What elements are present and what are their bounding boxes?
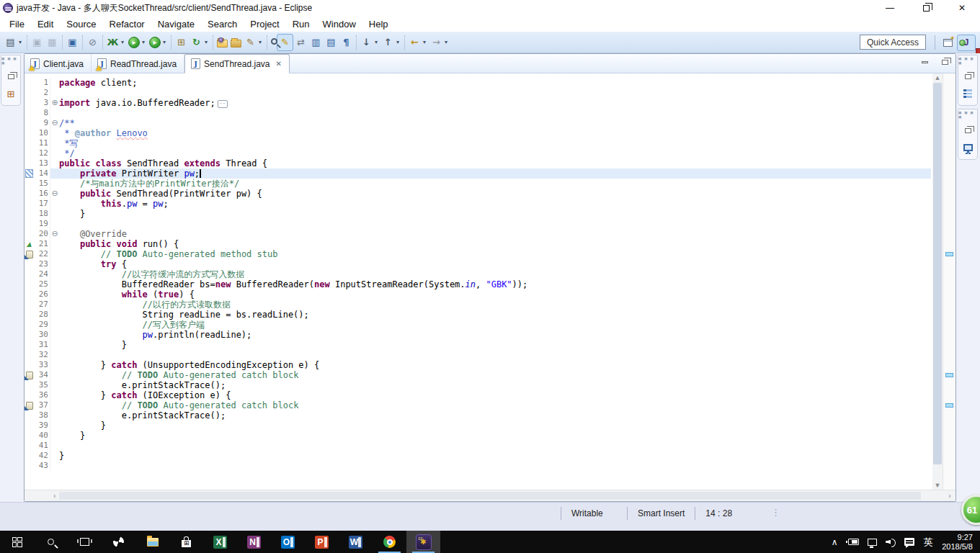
export-files-button[interactable] bbox=[229, 34, 243, 51]
code-text[interactable]: BufferedReader bs=new BufferedReader(new… bbox=[59, 279, 931, 289]
code-text[interactable]: // TODO Auto-generated method stub bbox=[59, 249, 931, 259]
dropdown-arrow-icon[interactable]: ▾ bbox=[141, 39, 146, 45]
code-line-28[interactable]: 28 String readLine = bs.readLine(); bbox=[24, 310, 931, 320]
outline-icon[interactable] bbox=[961, 86, 975, 101]
menu-item-navigate[interactable]: Navigate bbox=[151, 17, 201, 31]
skip-all-breakpoints-button[interactable]: ⊘ bbox=[85, 34, 100, 51]
menu-item-search[interactable]: Search bbox=[201, 17, 244, 31]
mark-occurrences-button[interactable]: ✎ bbox=[277, 34, 293, 51]
code-line-39[interactable]: 39 } bbox=[24, 421, 931, 431]
close-button[interactable]: ✕ bbox=[944, 0, 980, 16]
code-line-21[interactable]: ▲21 public void run() { bbox=[24, 239, 931, 249]
code-line-32[interactable]: 32 bbox=[24, 350, 931, 360]
menu-item-run[interactable]: Run bbox=[286, 17, 316, 31]
code-line-18[interactable]: 18 } bbox=[24, 209, 931, 219]
task-annotation-marker[interactable] bbox=[945, 373, 953, 377]
maximize-view-button[interactable] bbox=[940, 58, 950, 66]
code-text[interactable]: } bbox=[59, 421, 931, 431]
code-line-9[interactable]: 9⊖/** bbox=[24, 118, 931, 128]
taskbar-clock[interactable]: 9:272018/5/8 bbox=[937, 533, 980, 552]
code-line-34[interactable]: 34 // TODO Auto-generated catch block bbox=[24, 370, 931, 380]
next-annotation-button[interactable]: ↓▾ bbox=[359, 34, 380, 51]
code-line-40[interactable]: 40 } bbox=[24, 431, 931, 441]
fold-toggle-icon[interactable]: ⊖ bbox=[50, 229, 59, 239]
code-line-43[interactable]: 43 bbox=[24, 461, 931, 471]
taskbar-chrome-button[interactable] bbox=[373, 531, 406, 553]
dropdown-arrow-icon[interactable]: ▾ bbox=[257, 39, 263, 45]
code-text[interactable]: pw.println(readLine); bbox=[59, 330, 931, 340]
package-explorer-icon[interactable]: ⊞ bbox=[4, 86, 18, 101]
code-text[interactable]: @Override bbox=[59, 229, 931, 239]
open-task-button[interactable]: ▥ bbox=[308, 34, 324, 51]
quick-access-input[interactable]: Quick Access bbox=[860, 35, 926, 50]
task-annotation-marker[interactable] bbox=[945, 252, 953, 256]
action-center-icon[interactable] bbox=[900, 531, 919, 553]
code-text[interactable]: private PrintWriter pw; bbox=[59, 168, 931, 179]
dropdown-arrow-icon[interactable]: ▾ bbox=[161, 39, 167, 45]
code-text[interactable]: } bbox=[59, 451, 931, 461]
synchronize-button[interactable]: ⇄ bbox=[293, 34, 308, 51]
code-line-33[interactable]: 33 } catch (UnsupportedEncodingException… bbox=[24, 360, 931, 370]
previous-annotation-button[interactable]: ↑▾ bbox=[380, 34, 402, 51]
show-whitespace-button[interactable]: ¶ bbox=[339, 34, 354, 51]
code-text[interactable]: //写入到客户端 bbox=[59, 320, 931, 330]
taskbar-task-view-button[interactable] bbox=[68, 531, 102, 553]
code-text[interactable]: import java.io.BufferedReader;·· bbox=[59, 98, 931, 108]
build-with-tool-button[interactable]: ✎▾ bbox=[243, 34, 264, 51]
code-text[interactable] bbox=[59, 461, 931, 471]
code-line-12[interactable]: 12 */ bbox=[24, 148, 931, 158]
code-text[interactable]: //以行的方式读取数据 bbox=[59, 300, 931, 310]
code-text[interactable]: public void run() { bbox=[59, 239, 931, 249]
taskbar-start-button[interactable] bbox=[0, 531, 34, 553]
taskbar-file-explorer-button[interactable] bbox=[135, 531, 169, 553]
code-text[interactable]: e.printStackTrace(); bbox=[59, 380, 931, 390]
code-text[interactable]: this.pw = pw; bbox=[59, 199, 931, 209]
code-line-3[interactable]: 3⊕import java.io.BufferedReader;·· bbox=[24, 98, 931, 108]
scroll-up-icon[interactable]: ▲ bbox=[932, 73, 943, 83]
show-source-of-selection-button[interactable]: ▤ bbox=[324, 34, 339, 51]
minimize-view-button[interactable] bbox=[919, 58, 930, 66]
taskbar-word-button[interactable]: W bbox=[339, 531, 373, 553]
code-text[interactable]: e.printStackTrace(); bbox=[59, 410, 931, 421]
code-line-16[interactable]: 16⊖ public SendThread(PrintWriter pw) { bbox=[24, 189, 931, 199]
menu-item-edit[interactable]: Edit bbox=[31, 17, 60, 31]
code-text[interactable]: // TODO Auto-generated catch block bbox=[59, 370, 931, 380]
taskbar-onenote-button[interactable]: N bbox=[237, 531, 271, 553]
menu-item-refactor[interactable]: Refactor bbox=[103, 17, 151, 31]
import-files-button[interactable] bbox=[215, 34, 229, 51]
code-text[interactable]: } bbox=[59, 340, 931, 350]
vertical-scrollbar[interactable]: ▲ ▼ bbox=[932, 73, 943, 490]
code-line-35[interactable]: 35 e.printStackTrace(); bbox=[24, 380, 931, 390]
new-wizard-button[interactable]: ▤▾ bbox=[3, 34, 24, 51]
drag-handle[interactable]: ■ ■ ■ ■ bbox=[1, 57, 20, 66]
run-external-button[interactable]: ▸▾ bbox=[148, 34, 169, 51]
code-text[interactable]: try { bbox=[59, 259, 931, 269]
code-line-13[interactable]: 13public class SendThread extends Thread… bbox=[24, 158, 931, 168]
back-history-button[interactable]: ←▾ bbox=[407, 34, 429, 51]
fold-toggle-icon[interactable]: ⊖ bbox=[50, 118, 59, 128]
code-line-14[interactable]: 14 private PrintWriter pw; bbox=[24, 168, 931, 179]
code-text[interactable]: // TODO Auto-generated catch block bbox=[59, 400, 931, 410]
update-project-button[interactable]: ↻▾ bbox=[189, 34, 210, 51]
task-list-icon[interactable] bbox=[961, 140, 975, 155]
vertical-scroll-thumb[interactable] bbox=[933, 83, 942, 464]
overview-ruler[interactable] bbox=[943, 73, 956, 490]
menu-item-window[interactable]: Window bbox=[316, 17, 362, 31]
code-viewport[interactable]: 1package client;23⊕import java.io.Buffer… bbox=[24, 73, 956, 490]
open-perspective-button[interactable] bbox=[938, 35, 957, 51]
code-text[interactable]: *写 bbox=[59, 138, 931, 148]
fold-toggle-icon[interactable]: ⊖ bbox=[50, 189, 59, 199]
taskbar-pinwheel-app-button[interactable] bbox=[102, 531, 135, 553]
dropdown-arrow-icon[interactable]: ▾ bbox=[395, 39, 401, 45]
restore-icon[interactable] bbox=[961, 123, 975, 138]
code-line-25[interactable]: 25 BufferedReader bs=new BufferedReader(… bbox=[24, 279, 931, 289]
horizontal-scrollbar[interactable]: ‹ › bbox=[24, 490, 956, 501]
taskbar-eclipse-button[interactable]: EE bbox=[406, 531, 440, 553]
scroll-right-icon[interactable]: › bbox=[944, 490, 956, 502]
code-text[interactable]: while (true) { bbox=[59, 289, 931, 300]
code-line-26[interactable]: 26 while (true) { bbox=[24, 289, 931, 300]
open-console-button[interactable]: ▣ bbox=[65, 34, 80, 51]
code-line-23[interactable]: 23 try { bbox=[24, 259, 931, 269]
code-text[interactable]: String readLine = bs.readLine(); bbox=[59, 310, 931, 320]
dropdown-arrow-icon[interactable]: ▾ bbox=[17, 39, 23, 45]
